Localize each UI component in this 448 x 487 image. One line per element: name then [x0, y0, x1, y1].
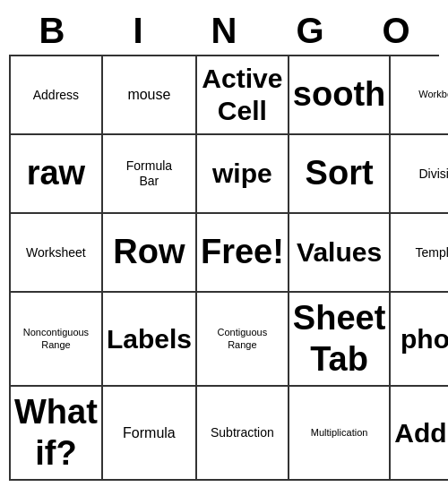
cell-text-0-3: sooth [293, 74, 385, 115]
cell-text-3-3: SheetTab [293, 298, 385, 380]
cell-3-3: SheetTab [289, 293, 391, 387]
cell-text-3-2: ContiguousRange [218, 327, 268, 350]
cell-0-0: Address [11, 56, 103, 135]
cell-3-2: ContiguousRange [197, 293, 289, 387]
cell-3-4: phone [391, 293, 448, 387]
cell-text-1-1: FormulaBar [126, 158, 172, 189]
cell-1-4: Division [391, 135, 448, 214]
cell-text-0-1: mouse [127, 86, 170, 103]
cell-text-2-1: Row [113, 232, 185, 273]
cell-text-3-1: Labels [107, 323, 192, 355]
cell-4-2: Subtraction [197, 387, 289, 481]
cell-4-1: Formula [103, 387, 197, 481]
cell-4-3: Multiplication [289, 387, 391, 481]
cell-text-4-0: Whatif? [14, 392, 98, 474]
cell-text-2-4: Template [416, 245, 448, 261]
cell-text-3-4: phone [401, 323, 448, 355]
cell-0-4: Workbook [391, 56, 448, 135]
cell-3-1: Labels [103, 293, 197, 387]
cell-2-1: Row [103, 214, 197, 293]
cell-1-3: Sort [289, 135, 391, 214]
header-letter-N: N [181, 7, 267, 55]
cell-2-3: Values [289, 214, 391, 293]
cell-text-0-2: ActiveCell [202, 63, 282, 127]
header-letter-O: O [353, 7, 439, 55]
cell-text-4-1: Formula [123, 424, 176, 441]
cell-0-3: sooth [289, 56, 391, 135]
cell-0-1: mouse [103, 56, 197, 135]
header-letter-B: B [9, 7, 95, 55]
cell-0-2: ActiveCell [197, 56, 289, 135]
cell-3-0: NoncontiguousRange [11, 293, 103, 387]
cell-text-0-4: Workbook [418, 89, 448, 100]
cell-text-4-3: Multiplication [311, 427, 368, 439]
cell-2-2: Free! [197, 214, 289, 293]
cell-1-1: FormulaBar [103, 135, 197, 214]
cell-text-2-0: Worksheet [26, 245, 86, 261]
cell-text-1-0: raw [27, 153, 85, 194]
cell-text-0-0: Address [33, 88, 79, 103]
cell-1-0: raw [11, 135, 103, 214]
bingo-card: BINGO AddressmouseActiveCellsoothWorkboo… [9, 7, 439, 481]
header-letter-I: I [95, 7, 181, 55]
cell-2-0: Worksheet [11, 214, 103, 293]
cell-1-2: wipe [197, 135, 289, 214]
cell-text-1-3: Sort [306, 153, 374, 194]
cell-text-1-4: Division [418, 167, 448, 182]
bingo-grid: AddressmouseActiveCellsoothWorkbookrawFo… [9, 55, 439, 481]
cell-text-2-3: Values [297, 236, 382, 269]
cell-text-3-0: NoncontiguousRange [23, 327, 89, 350]
cell-text-4-2: Subtraction [211, 425, 274, 440]
cell-4-0: Whatif? [11, 387, 103, 481]
cell-text-1-2: wipe [212, 158, 272, 190]
cell-2-4: Template [391, 214, 448, 293]
bingo-header: BINGO [9, 7, 439, 55]
cell-text-2-2: Free! [201, 232, 284, 273]
cell-text-4-4: Adding [394, 417, 448, 449]
cell-4-4: Adding [391, 387, 448, 481]
header-letter-G: G [267, 7, 353, 55]
